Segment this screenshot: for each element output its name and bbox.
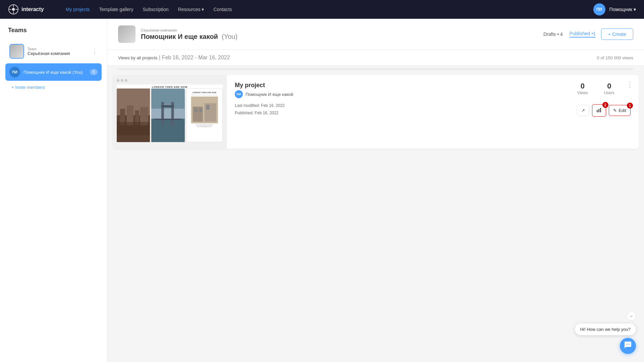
project-info: My project ПИ Помощник И еще какой 0 Vie…: [227, 75, 639, 149]
dot-2: [121, 79, 123, 82]
svg-rect-12: [117, 122, 150, 135]
svg-point-1: [12, 8, 15, 11]
chat-bubble: Hi! How can we help you?: [575, 323, 636, 335]
metric-views-label: Views: [577, 90, 588, 95]
chevron-down-icon: ▾: [202, 7, 204, 12]
svg-rect-25: [206, 105, 209, 110]
project-actions: ↗ 2: [577, 104, 631, 117]
stat-published[interactable]: Published •1: [570, 31, 596, 38]
metric-users-label: Users: [604, 90, 614, 95]
nav-resources[interactable]: Resources ▾: [178, 7, 204, 12]
metric-views: 0 Views: [577, 82, 588, 95]
stats-badge: 2: [602, 102, 608, 108]
svg-rect-18: [161, 105, 174, 107]
thumb-caption: Some description text aboutthe London pr…: [196, 124, 213, 127]
sidebar: Teams Team Серьёзная компания ⋮ ПИ Помощ…: [0, 19, 107, 362]
views-date: | Feb 16, 2022 - Mar 16, 2022: [159, 55, 230, 60]
project-card: London Then and Now: [113, 75, 639, 149]
brand-logo[interactable]: interacty: [8, 4, 55, 15]
metric-views-value: 0: [577, 82, 588, 90]
svg-rect-28: [600, 108, 601, 112]
nav-template-gallery[interactable]: Template gallery: [99, 7, 133, 12]
views-bar-wrapper: Views by all projects | Feb 16, 2022 - M…: [107, 50, 644, 70]
edit-badge: 1: [627, 103, 633, 109]
edit-label: Edit: [619, 108, 626, 113]
external-link-icon: ↗: [581, 108, 585, 113]
edit-button[interactable]: ✎ Edit 1: [609, 105, 631, 116]
project-stats: Drafts • 4 Published •1: [543, 31, 596, 38]
svg-rect-23: [194, 108, 197, 112]
thumb-image-1: [117, 88, 150, 142]
card-context-menu[interactable]: ⋮: [627, 80, 633, 88]
brand-name: interacty: [21, 6, 44, 12]
thumb-small-title: LONDON THEN AND NOW: [192, 91, 217, 94]
messenger-icon: [624, 341, 632, 351]
views-count: 0 of 150 000 views: [597, 55, 633, 60]
svg-rect-27: [598, 109, 599, 112]
sidebar-item-member[interactable]: ПИ Помощник И еще какой (You) 5: [5, 63, 102, 81]
member-avatar: ПИ: [9, 67, 20, 77]
navbar: interacty My projects Template gallery S…: [0, 0, 644, 19]
owner-avatar: ПИ: [235, 90, 243, 98]
stats-button[interactable]: 2: [592, 104, 606, 117]
bar-chart-icon: [596, 107, 602, 114]
project-title-you: (You): [222, 33, 237, 40]
sidebar-title: Teams: [5, 27, 102, 34]
chat-widget: − Hi! How can we help you?: [575, 311, 636, 354]
open-button[interactable]: ↗: [577, 105, 589, 116]
thumb-images: LONDON THEN AND NOW Some description tex…: [117, 88, 223, 142]
nav-right: ПИ Помощник ▾: [593, 3, 636, 15]
svg-rect-26: [597, 110, 598, 112]
project-org-avatar: [118, 25, 136, 43]
project-metrics: 0 Views 0 Users: [577, 82, 614, 95]
thumbnail-dots: [117, 79, 127, 82]
svg-rect-24: [199, 108, 202, 112]
sidebar-item-team[interactable]: Team Серьёзная компания ⋮: [5, 41, 102, 62]
dot-1: [117, 79, 119, 82]
invite-members-button[interactable]: + Invite members: [5, 82, 102, 93]
project-title: Помощник И еще какой (You): [141, 33, 538, 41]
project-org: Серьёзная компания: [141, 28, 538, 32]
nav-subscription[interactable]: Subscription: [143, 7, 169, 12]
project-name: My project: [235, 82, 293, 89]
main-content: Серьёзная компания Помощник И еще какой …: [107, 19, 644, 362]
metric-users-value: 0: [604, 82, 614, 90]
last-modified: Last modified: Feb 16, 2022: [235, 102, 285, 110]
member-count: 5: [90, 69, 98, 75]
project-dates: Last modified: Feb 16, 2022 Published: F…: [235, 102, 285, 117]
views-bar: Views by all projects | Feb 16, 2022 - M…: [107, 50, 644, 66]
project-owner: ПИ Помощник И еще какой: [235, 90, 293, 98]
views-progress-bar: [118, 68, 633, 70]
chat-open-button[interactable]: [620, 338, 636, 354]
chat-close-button[interactable]: −: [627, 311, 636, 321]
edit-icon: ✎: [613, 108, 617, 113]
project-name-section: My project ПИ Помощник И еще какой: [235, 82, 293, 98]
thumb-image-2: [151, 88, 184, 142]
user-menu[interactable]: Помощник ▾: [609, 7, 636, 12]
main-layout: Teams Team Серьёзная компания ⋮ ПИ Помощ…: [0, 19, 644, 362]
stat-drafts: Drafts • 4: [543, 32, 563, 37]
project-info-header: My project ПИ Помощник И еще какой 0 Vie…: [235, 82, 631, 98]
project-info-bottom: Last modified: Feb 16, 2022 Published: F…: [235, 102, 631, 117]
user-avatar: ПИ: [593, 3, 605, 15]
thumb-image-3: LONDON THEN AND NOW Some description tex…: [186, 88, 223, 142]
metric-users: 0 Users: [604, 82, 614, 95]
svg-rect-15: [151, 109, 184, 119]
team-label: Team: [28, 47, 88, 51]
team-context-menu-icon[interactable]: ⋮: [92, 48, 98, 55]
views-label: Views by all projects | Feb 16, 2022 - M…: [118, 55, 230, 61]
owner-name: Помощник И еще какой: [246, 92, 293, 97]
chevron-down-icon-user: ▾: [634, 7, 636, 12]
team-name: Серьёзная компания: [28, 51, 88, 56]
nav-my-projects[interactable]: My projects: [66, 7, 90, 12]
project-meta: Серьёзная компания Помощник И еще какой …: [141, 28, 538, 41]
dot-3: [125, 79, 127, 82]
nav-links: My projects Template gallery Subscriptio…: [66, 7, 583, 12]
create-button[interactable]: + Create: [601, 28, 633, 40]
published-date: Published: Feb 16, 2022: [235, 110, 285, 117]
nav-contacts[interactable]: Contacts: [213, 7, 232, 12]
svg-rect-19: [155, 119, 181, 120]
team-info: Team Серьёзная компания: [28, 47, 88, 56]
team-avatar: [9, 44, 24, 59]
project-thumbnail: London Then and Now: [113, 75, 227, 149]
